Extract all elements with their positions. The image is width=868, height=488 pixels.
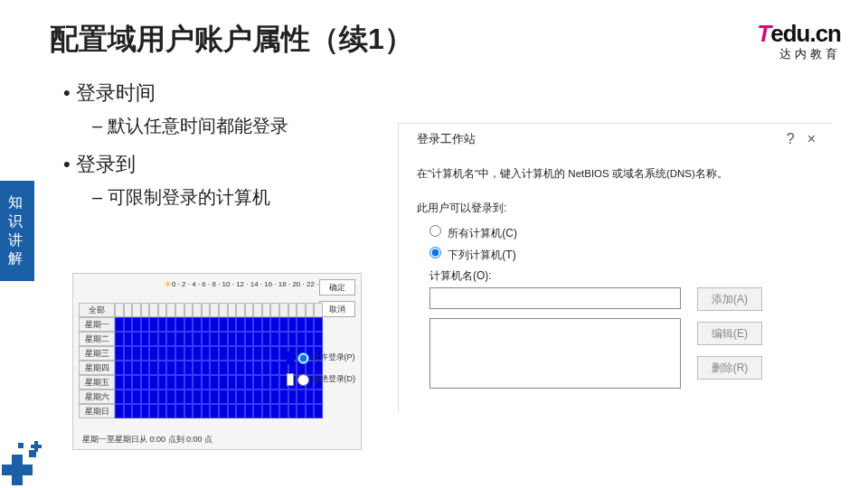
side-tab-knowledge: 知识讲解 [0,181,34,281]
svg-rect-0 [18,443,24,448]
svg-rect-5 [31,445,42,448]
edit-button[interactable]: 编辑(E) [697,322,762,345]
logon-hours-dialog: ☀ 0 · 2 · 4 · 6 · 8 · 10 · 12 · 14 · 16 … [72,273,362,450]
remove-button[interactable]: 删除(R) [697,356,762,380]
brand-logo: Tedu.cn 达内教育 [757,20,841,62]
radio-following-computers[interactable] [429,247,441,258]
close-icon[interactable]: × [807,131,816,147]
day-label: 星期一 [79,317,115,332]
day-label: 星期日 [79,404,115,418]
day-label: 星期五 [79,375,115,389]
add-button[interactable]: 添加(A) [697,287,762,311]
bullet-login-to-sub: 可限制登录的计算机 [92,185,288,210]
sun-icon: ☀ [164,279,172,289]
dialog-title: 登录工作站 [417,131,476,147]
radio-all-label: 所有计算机(C) [448,227,517,239]
day-label: 星期六 [79,389,115,404]
logo-letter: T [757,20,770,47]
help-icon[interactable]: ? [787,131,795,147]
computer-list[interactable] [429,318,681,389]
day-row[interactable]: 星期日 [79,404,323,418]
day-row[interactable]: 全部 [79,303,323,317]
logo-subtitle: 达内教育 [757,46,841,62]
bullet-list: 登录时间 默认任意时间都能登录 登录到 可限制登录的计算机 [63,80,288,222]
section-label: 此用户可以登录到: [417,201,816,216]
logo-text: edu.cn [770,20,841,47]
day-row[interactable]: 星期二 [79,332,323,346]
radio-all-computers[interactable] [429,225,441,237]
day-row[interactable]: 星期一 [79,317,323,332]
cancel-button[interactable]: 取消 [319,301,355,317]
dialog-description: 在"计算机名"中，键入计算机的 NetBIOS 或域名系统(DNS)名称。 [417,167,816,181]
hours-ticks: 0 · 2 · 4 · 6 · 8 · 10 · 12 · 14 · 16 · … [172,280,325,288]
allow-label: 允许登录(P) [312,352,355,361]
hours-footer: 星期一至星期日从 0:00 点到 0:00 点 [82,434,212,446]
computer-name-input[interactable] [429,287,681,309]
day-label: 星期四 [79,361,115,375]
allow-radio[interactable] [297,352,309,364]
bullet-login-time: 登录时间 [63,80,288,107]
day-label: 全部 [79,303,115,317]
corner-plus-icon [2,441,56,486]
computer-name-label: 计算机名(O): [429,268,816,284]
legend: 允许登录(P) 拒绝登录(D) [287,352,355,395]
logon-workstations-dialog: 登录工作站 ? × 在"计算机名"中，键入计算机的 NetBIOS 或域名系统(… [398,123,832,412]
radio-following-label: 下列计算机(T) [448,249,515,261]
svg-rect-3 [12,455,23,485]
bullet-login-time-sub: 默认任意时间都能登录 [92,114,288,138]
day-label: 星期二 [79,332,115,346]
deny-label: 拒绝登录(D) [312,374,356,383]
bullet-login-to: 登录到 [63,151,288,178]
ok-button[interactable]: 确定 [319,279,355,296]
day-label: 星期三 [79,346,115,361]
deny-radio[interactable] [297,374,309,386]
slide-title: 配置域用户账户属性（续1） [50,20,413,60]
